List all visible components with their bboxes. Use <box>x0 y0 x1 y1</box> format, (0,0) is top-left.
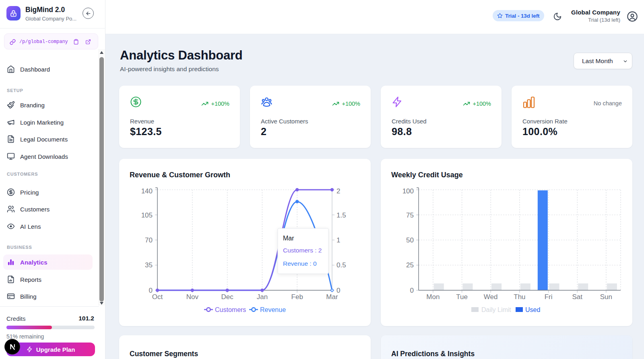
svg-text:Customers: Customers <box>215 306 246 313</box>
svg-text:Mar: Mar <box>326 293 338 301</box>
svg-text:Feb: Feb <box>291 293 303 301</box>
svg-text:0.5: 0.5 <box>336 261 346 269</box>
svg-text:Daily Limit: Daily Limit <box>481 306 511 313</box>
svg-text:Tue: Tue <box>456 293 468 301</box>
svg-text:Thu: Thu <box>514 293 525 301</box>
svg-text:Nov: Nov <box>186 293 199 301</box>
svg-text:70: 70 <box>145 236 153 244</box>
svg-text:Dec: Dec <box>221 293 233 301</box>
svg-text:Customers : 2: Customers : 2 <box>283 247 322 254</box>
svg-text:2: 2 <box>336 187 340 195</box>
svg-text:1.5: 1.5 <box>336 211 346 219</box>
svg-text:Wed: Wed <box>484 293 498 301</box>
svg-text:Mar: Mar <box>283 235 294 242</box>
svg-text:Used: Used <box>525 306 540 313</box>
svg-text:Fri: Fri <box>545 293 553 301</box>
svg-text:100: 100 <box>402 187 414 195</box>
svg-text:Revenue: Revenue <box>260 306 286 313</box>
svg-text:105: 105 <box>141 211 153 219</box>
svg-text:Sun: Sun <box>600 293 612 301</box>
svg-text:35: 35 <box>145 261 153 269</box>
svg-text:0: 0 <box>410 287 414 294</box>
svg-text:Sat: Sat <box>572 293 583 301</box>
svg-text:50: 50 <box>406 236 414 244</box>
svg-text:Oct: Oct <box>152 293 163 301</box>
svg-text:Revenue : 0: Revenue : 0 <box>283 260 317 267</box>
svg-text:140: 140 <box>141 187 153 195</box>
svg-text:Jan: Jan <box>257 293 268 301</box>
svg-text:75: 75 <box>406 211 414 219</box>
svg-text:Mon: Mon <box>426 293 440 301</box>
svg-text:1: 1 <box>336 236 340 244</box>
svg-text:25: 25 <box>406 261 414 269</box>
